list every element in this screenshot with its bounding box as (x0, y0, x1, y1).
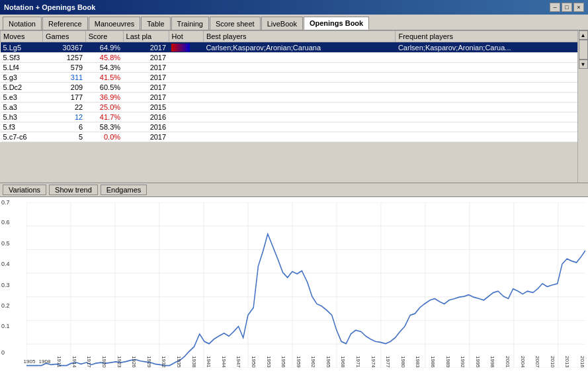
cell-hot (169, 73, 203, 83)
table-row[interactable]: 5.Lf4 579 54.3% 2017 (1, 63, 588, 73)
cell-games: 30367 (43, 42, 86, 53)
table-row[interactable]: 5.f3 6 58.3% 2016 (1, 122, 588, 132)
tab-scoresheet[interactable]: Score sheet (210, 17, 261, 30)
x-label-1947: 1947 (235, 356, 241, 368)
cell-last: 2017 (123, 63, 169, 73)
maximize-button[interactable]: □ (562, 3, 572, 12)
cell-move: 5.Lf4 (1, 63, 43, 73)
tab-manoeuvres[interactable]: Manoeuvres (89, 17, 141, 30)
col-header-hot: Hot (169, 31, 203, 42)
x-label-1959: 1959 (296, 356, 302, 368)
col-header-moves: Moves (1, 31, 43, 42)
y-label-03: 0.3 (1, 282, 10, 288)
hot-indicator (171, 44, 190, 52)
x-label-2010: 2010 (550, 356, 556, 368)
cell-score: 54.3% (85, 63, 123, 73)
x-label-2007: 2007 (534, 356, 540, 368)
cell-score: 25.0% (85, 103, 123, 112)
x-label-1962: 1962 (310, 356, 316, 368)
tab-notation[interactable]: Notation (3, 17, 42, 30)
tab-showtrend[interactable]: Show trend (49, 185, 98, 195)
scroll-up-button[interactable]: ▲ (579, 30, 588, 40)
cell-games: 579 (43, 63, 86, 73)
cell-games: 12 (43, 112, 86, 122)
cell-frequentplayers (396, 73, 588, 83)
cell-games: 177 (43, 93, 86, 103)
cell-frequentplayers (396, 53, 588, 63)
tab-livebook[interactable]: LiveBook (261, 17, 303, 30)
chart-section: 0.7 0.6 0.5 0.4 0.3 0.2 0.1 0 1905 1908 … (0, 197, 588, 381)
x-label-1995: 1995 (475, 356, 481, 368)
x-label-1920: 1920 (101, 356, 107, 368)
x-label-1989: 1989 (445, 356, 451, 368)
table-row[interactable]: 5.Lg5 30367 64.9% 2017 Carlsen;Kasparov;… (1, 42, 588, 53)
x-label-1992: 1992 (460, 356, 466, 368)
table-row[interactable]: 5.Sf3 1257 45.8% 2017 (1, 53, 588, 63)
tab-endgames[interactable]: Endgames (101, 185, 147, 195)
x-label-1905: 1905 (24, 359, 36, 365)
tab-training[interactable]: Training (171, 17, 209, 30)
table-row[interactable]: 5.h3 12 41.7% 2016 (1, 112, 588, 122)
x-axis-labels: 1905 1908 1911 1914 1917 1920 1923 1926 … (26, 356, 585, 368)
cell-bestplayers (203, 103, 396, 112)
cell-hot (169, 93, 203, 103)
x-label-1980: 1980 (400, 356, 406, 368)
x-label-2013: 2013 (564, 356, 570, 368)
tab-table[interactable]: Table (141, 17, 170, 30)
cell-games: 1257 (43, 53, 86, 63)
y-label-02: 0.2 (1, 302, 10, 309)
table-row[interactable]: 5.g3 311 41.5% 2017 (1, 73, 588, 83)
cell-hot (169, 132, 203, 142)
cell-frequentplayers (396, 112, 588, 122)
x-label-1923: 1923 (116, 356, 122, 368)
y-label-04: 0.4 (1, 261, 10, 267)
close-button[interactable]: × (573, 3, 584, 12)
minimize-button[interactable]: – (550, 3, 560, 12)
x-label-1926: 1926 (131, 356, 137, 368)
x-label-1974: 1974 (370, 356, 376, 368)
x-label-1938: 1938 (191, 356, 197, 368)
scroll-thumb[interactable] (579, 40, 588, 60)
table-row[interactable]: 5.a3 22 25.0% 2015 (1, 103, 588, 112)
cell-move: 5.c7-c6 (1, 132, 43, 142)
x-label-1929: 1929 (146, 356, 152, 368)
cell-score: 41.5% (85, 73, 123, 83)
y-label-00: 0 (1, 349, 5, 356)
cell-hot (169, 83, 203, 93)
cell-score: 58.3% (85, 122, 123, 132)
cell-frequentplayers (396, 63, 588, 73)
table-row[interactable]: 5.c7-c6 5 0.0% 2017 (1, 132, 588, 142)
moves-table-section: Moves Games Score Last pla Hot Best play… (0, 30, 588, 183)
cell-bestplayers (203, 132, 396, 142)
x-label-1968: 1968 (340, 356, 346, 368)
cell-games: 311 (43, 73, 86, 83)
cell-last: 2017 (123, 53, 169, 63)
x-label-1971: 1971 (355, 356, 361, 368)
scroll-down-button[interactable]: ▼ (579, 60, 588, 69)
cell-bestplayers: Carlsen;Kasparov;Aronian;Caruana (203, 42, 396, 53)
cell-hot (169, 63, 203, 73)
tab-reference[interactable]: Reference (42, 17, 88, 30)
cell-move: 5.g3 (1, 73, 43, 83)
x-label-1941: 1941 (206, 356, 212, 368)
tab-variations[interactable]: Variations (3, 185, 46, 195)
cell-bestplayers (203, 83, 396, 93)
cell-hot (169, 112, 203, 122)
chart-svg (26, 202, 585, 368)
cell-bestplayers (203, 93, 396, 103)
cell-hot (169, 42, 203, 53)
cell-bestplayers (203, 53, 396, 63)
cell-games: 209 (43, 83, 86, 93)
vertical-scrollbar[interactable]: ▲ ▼ (577, 30, 588, 183)
cell-move: 5.h3 (1, 112, 43, 122)
cell-last: 2016 (123, 122, 169, 132)
cell-score: 60.5% (85, 83, 123, 93)
x-label-2001: 2001 (505, 356, 511, 368)
cell-last: 2017 (123, 93, 169, 103)
table-row[interactable]: 5.e3 177 36.9% 2017 (1, 93, 588, 103)
x-label-1944: 1944 (221, 356, 227, 368)
col-header-lastpla: Last pla (123, 31, 169, 42)
table-row[interactable]: 5.Dc2 209 60.5% 2017 (1, 83, 588, 93)
tab-openingsbook[interactable]: Openings Book (304, 17, 369, 30)
cell-score: 41.7% (85, 112, 123, 122)
